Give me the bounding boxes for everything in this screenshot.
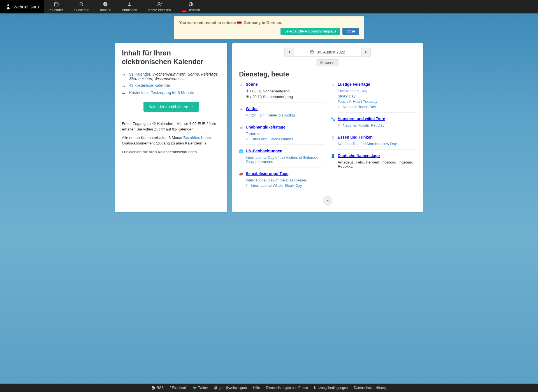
section-title[interactable]: Wetter: [246, 106, 258, 111]
svg-rect-1: [54, 3, 58, 6]
svg-point-5: [80, 3, 82, 5]
event-link[interactable]: Turks and Caicos Islands: [251, 137, 293, 141]
svg-point-9: [105, 3, 106, 3]
footer-hilfe[interactable]: Hilfe: [253, 386, 260, 390]
footer-nutzung[interactable]: Nutzungsbedingungen: [314, 386, 348, 390]
date-display[interactable]: 30. August 2022: [294, 48, 361, 57]
arrow-right-icon: ➔: [122, 91, 126, 95]
megaphone-icon: 📣: [238, 172, 244, 176]
section-title[interactable]: Sensibilisierungs-Tage: [246, 171, 288, 176]
next-day-button[interactable]: [361, 48, 371, 57]
section-unabhaengigkeit: 🏛 Unabhängigkeitstage Tartarstan ⚐Turks …: [239, 125, 324, 145]
flag-icon: ⚐: [246, 113, 249, 117]
divider: [122, 117, 221, 117]
event-link[interactable]: Slinky Day: [338, 94, 356, 98]
globe-icon: [188, 2, 193, 8]
nav-label: Anmelden: [122, 8, 137, 12]
footer-twitter[interactable]: 🐦Twitter: [193, 386, 208, 390]
section-lustige: ☺ Lustige Feiertage Frankenstein Day Sli…: [331, 82, 416, 113]
link-91-kalender[interactable]: 91 Kalender: [129, 72, 150, 76]
weather-line[interactable]: 25° | 14°, Heiter bis wolkig: [251, 113, 295, 117]
footer-rss[interactable]: 📡RSS: [151, 386, 164, 390]
section-title[interactable]: UN-Beobachtungen: [246, 149, 282, 153]
footer-dienstleistungen[interactable]: Dienstleistungen und Preise: [266, 386, 308, 390]
section-title[interactable]: Haustiere und wilde Tiere: [338, 116, 385, 121]
brand[interactable]: WebCal.Guru: [0, 0, 44, 13]
nav-infos[interactable]: Infos: [94, 0, 116, 13]
location-label: Kassel: [325, 61, 335, 65]
facebook-icon: f: [170, 386, 171, 390]
main-container: Inhalt für Ihren elektronischen Kalender…: [0, 39, 538, 223]
date-label: 30. August 2022: [317, 50, 345, 54]
today-heading: Dienstag, heute: [239, 70, 416, 78]
brand-label: WebCal.Guru: [13, 4, 39, 9]
flag-icon: ⚐: [338, 105, 341, 109]
nav-deutsch[interactable]: Deutsch: [176, 0, 205, 13]
arrow-right-icon: ➔: [122, 73, 126, 77]
nav-suchen[interactable]: Suchen: [69, 0, 95, 13]
browse-calendars-button[interactable]: Kalender durchblättern →: [143, 102, 199, 112]
event-link[interactable]: Tartarstan: [246, 132, 263, 136]
list-item: ➔ Kostenloser Testzugang für 3 Monate: [122, 89, 221, 97]
search-icon: [79, 2, 84, 8]
link-42-kostenlos[interactable]: 42 kostenlose Kalender: [129, 83, 170, 88]
cutlery-icon: 🍴: [330, 136, 335, 140]
link-testzugang[interactable]: Kostenloser Testzugang für 3 Monate: [129, 90, 194, 95]
section-title[interactable]: Essen und Trinken: [338, 135, 372, 139]
select-country-button[interactable]: Select a different country/language: [280, 28, 340, 35]
sunset-line: ☀↓ 20:13 Sonnenuntergang: [246, 94, 324, 99]
flag-icon: ⚐: [338, 123, 341, 127]
redirect-alert: You were redirected to subsite Germany i…: [174, 16, 364, 39]
event-link[interactable]: International Day of the Victims of Enfo…: [246, 155, 324, 164]
list-item: ➔ 42 kostenlose Kalender: [122, 82, 221, 89]
footer: 📡RSS fFacebook 🐦Twitter @guru@webcal.gur…: [0, 384, 538, 392]
alert-container: You were redirected to subsite Germany i…: [0, 13, 538, 39]
flag-icon: ⚐: [246, 137, 249, 141]
section-title[interactable]: Lustige Feiertage: [338, 82, 370, 87]
flag-de-icon: [237, 22, 242, 24]
globe-icon: [320, 61, 323, 65]
footer-email[interactable]: @guru@webcal.guru: [214, 386, 247, 390]
section-title[interactable]: Unabhängigkeitstage: [246, 125, 286, 129]
nav-anmelden[interactable]: Anmelden: [116, 0, 143, 13]
section-title[interactable]: Sonne: [246, 82, 258, 87]
svg-line-6: [82, 5, 84, 6]
event-link[interactable]: International Day of the Disappeared: [246, 178, 307, 182]
user-icon: 👤: [330, 154, 335, 158]
intro-card: Inhalt für Ihren elektronischen Kalender…: [115, 43, 227, 212]
section-title[interactable]: Deutsche Namenstage: [338, 153, 380, 158]
svg-point-0: [7, 4, 9, 6]
link-bezahltes-konto[interactable]: Bezahltes Konto: [183, 136, 211, 140]
sunrise-line: ☀↑ 06:31 Sonnenaufgang: [246, 88, 324, 94]
alert-text: You were redirected to subsite Germany i…: [179, 20, 359, 25]
flag-de-icon: [182, 9, 186, 11]
event-link[interactable]: Frankenstein Day: [338, 89, 367, 93]
brand-icon: [5, 4, 11, 10]
today-col-right: ☺ Lustige Feiertage Frankenstein Day Sli…: [331, 82, 416, 192]
event-link[interactable]: National Toasted Marshmallow Day: [338, 142, 397, 146]
event-link[interactable]: International Whale Shark Day: [251, 183, 302, 188]
today-col-left: ☼ Sonne ☀↑ 06:31 Sonnenaufgang ☀↓ 20:13 …: [239, 82, 324, 192]
rss-icon: 📡: [151, 386, 156, 390]
event-link[interactable]: Touch-A-Heart Tuesday: [338, 99, 377, 104]
section-wetter: ☁ Wetter ⚐25° | 14°, Heiter bis wolkig: [239, 106, 324, 121]
expand-button[interactable]: [323, 196, 332, 206]
nav-konto[interactable]: Konto erstellen: [143, 0, 176, 13]
footer-datenschutz[interactable]: Datenschutzerklärung: [354, 386, 387, 390]
nav-label: Konto erstellen: [148, 8, 171, 12]
prev-day-button[interactable]: [284, 48, 294, 57]
close-alert-button[interactable]: Close: [342, 28, 359, 35]
event-link[interactable]: National Holistic Pet Day: [343, 123, 384, 127]
nav-kalender[interactable]: Kalender: [44, 0, 69, 13]
location-button[interactable]: Kassel: [316, 59, 339, 66]
cloud-icon: ☁: [238, 107, 244, 111]
section-haustiere: 🐾 Haustiere und wilde Tiere ⚐National Ho…: [331, 116, 416, 131]
section-namenstage: 👤 Deutsche Namenstage Amadeus, Felix, He…: [331, 153, 416, 169]
flag-icon: ⚐: [246, 184, 249, 188]
section-sonne: ☼ Sonne ☀↑ 06:31 Sonnenaufgang ☀↓ 20:13 …: [239, 82, 324, 102]
footer-facebook[interactable]: fFacebook: [170, 386, 187, 390]
event-link[interactable]: National Beach Day: [343, 105, 376, 109]
intro-p2: Alle neuen Konten erhalten 3 Monat Bezah…: [122, 135, 221, 146]
svg-rect-8: [105, 4, 106, 5]
globe-icon: 🌐: [238, 149, 244, 153]
